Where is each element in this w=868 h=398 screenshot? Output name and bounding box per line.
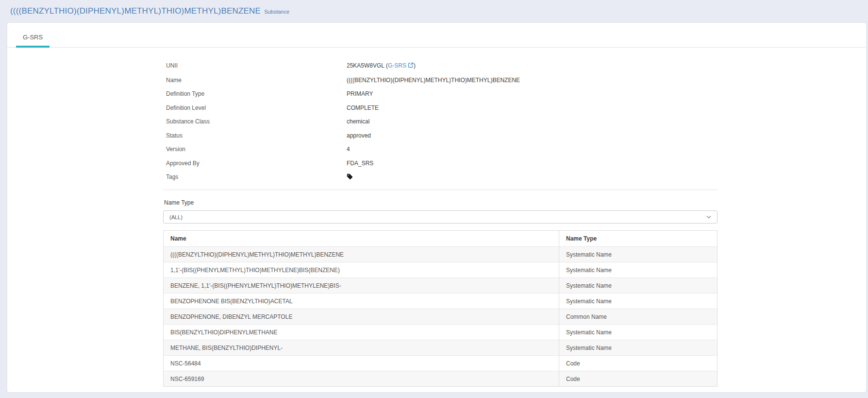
kv-row-status: Status approved: [166, 132, 718, 140]
column-header-name-type: Name Type: [559, 231, 718, 247]
name-type-cell: Systematic Name: [559, 278, 718, 294]
substance-details: UNII 25KA5W8VGL (G-SRS) Name ((((BENZYLT…: [163, 61, 718, 182]
substance-type-badge: Substance: [264, 9, 289, 15]
paren-close: ): [414, 62, 416, 69]
kv-value: PRIMARY: [347, 90, 373, 98]
name-cell: BIS(BENZYLTHIO)DIPHENYLMETHANE: [164, 325, 559, 340]
names-table: Name Name Type ((((BENZYLTHIO)(DIPHENYL)…: [163, 230, 718, 387]
substance-card: G-SRS UNII 25KA5W8VGL (G-SRS) Name ((((B…: [7, 23, 866, 392]
page-title: ((((BENZYLTHIO)(DIPHENYL)METHYL)THIO)MET…: [10, 6, 261, 16]
name-cell: BENZOPHENONE BIS(BENZYLTHIO)ACETAL: [164, 294, 559, 309]
table-row: BENZOPHENONE BIS(BENZYLTHIO)ACETAL Syste…: [164, 294, 718, 309]
names-table-header-row: Name Name Type: [164, 231, 718, 247]
kv-value: chemical: [347, 118, 369, 126]
name-type-cell: Systematic Name: [559, 340, 718, 356]
kv-value: 4: [347, 145, 350, 154]
name-type-cell: Code: [559, 356, 718, 371]
kv-value: FDA_SRS: [347, 159, 373, 168]
name-cell: BENZOPHENONE, DIBENZYL MERCAPTOLE: [164, 309, 559, 325]
table-row: NSC-56484 Code: [164, 356, 718, 371]
name-cell: BENZENE, 1,1'-(BIS((PHENYLMETHYL)THIO)ME…: [164, 278, 559, 294]
name-cell: ((((BENZYLTHIO)(DIPHENYL)METHYL)THIO)MET…: [164, 247, 559, 262]
name-type-cell: Systematic Name: [559, 247, 718, 262]
name-type-cell: Common Name: [559, 309, 718, 325]
name-cell: NSC-56484: [164, 356, 559, 371]
kv-label: Status: [166, 132, 347, 140]
kv-label: Name: [166, 76, 347, 85]
name-type-filter-label: Name Type: [163, 199, 718, 206]
kv-label: Version: [166, 145, 347, 154]
unii-code: 25KA5W8VGL: [347, 62, 384, 69]
main-content: UNII 25KA5W8VGL (G-SRS) Name ((((BENZYLT…: [163, 61, 718, 387]
column-header-name: Name: [164, 231, 559, 247]
table-row: NSC-659169 Code: [164, 371, 718, 387]
kv-value: ((((BENZYLTHIO)(DIPHENYL)METHYL)THIO)MET…: [347, 76, 520, 85]
table-row: 1,1'-(BIS((PHENYLMETHYL)THIO)METHYLENE)B…: [164, 262, 718, 278]
name-cell: 1,1'-(BIS((PHENYLMETHYL)THIO)METHYLENE)B…: [164, 262, 559, 278]
table-row: BENZOPHENONE, DIBENZYL MERCAPTOLE Common…: [164, 309, 718, 325]
kv-row-definition-type: Definition Type PRIMARY: [166, 90, 718, 98]
name-type-cell: Code: [559, 371, 718, 387]
name-type-cell: Systematic Name: [559, 262, 718, 278]
kv-row-unii: UNII 25KA5W8VGL (G-SRS): [166, 62, 718, 70]
section-divider: [163, 190, 718, 190]
name-type-cell: Systematic Name: [559, 325, 718, 340]
kv-label: Tags: [166, 173, 347, 181]
kv-row-definition-level: Definition Level COMPLETE: [166, 104, 718, 112]
kv-label: Substance Class: [166, 118, 347, 126]
kv-label: UNII: [166, 62, 347, 70]
kv-value: 25KA5W8VGL (G-SRS): [347, 62, 416, 70]
name-cell: METHANE, BIS(BENZYLTHIO)DIPHENYL-: [164, 340, 559, 356]
kv-value: approved: [347, 132, 371, 140]
kv-row-substance-class: Substance Class chemical: [166, 118, 718, 126]
name-type-selected-value: (ALL): [169, 214, 183, 220]
kv-label: Definition Type: [166, 90, 347, 98]
table-row: ((((BENZYLTHIO)(DIPHENYL)METHYL)THIO)MET…: [164, 247, 718, 262]
kv-value: COMPLETE: [347, 104, 379, 112]
kv-label: Approved By: [166, 159, 347, 168]
name-type-cell: Systematic Name: [559, 294, 718, 309]
name-type-select[interactable]: (ALL): [163, 210, 718, 224]
chevron-down-icon: [706, 215, 711, 219]
external-link-icon: [408, 63, 414, 69]
kv-row-approved-by: Approved By FDA_SRS: [166, 159, 718, 168]
table-row: METHANE, BIS(BENZYLTHIO)DIPHENYL- System…: [164, 340, 718, 356]
tag-icon: [347, 173, 353, 182]
kv-label: Definition Level: [166, 104, 347, 112]
gsrs-external-link[interactable]: G-SRS: [388, 62, 406, 69]
kv-row-name: Name ((((BENZYLTHIO)(DIPHENYL)METHYL)THI…: [166, 76, 718, 85]
kv-row-tags: Tags: [166, 173, 718, 182]
name-cell: NSC-659169: [164, 371, 559, 387]
kv-value: [347, 173, 353, 182]
tab-bar: G-SRS: [7, 23, 866, 48]
kv-row-version: Version 4: [166, 145, 718, 154]
table-row: BENZENE, 1,1'-(BIS((PHENYLMETHYL)THIO)ME…: [164, 278, 718, 294]
tab-gsrs[interactable]: G-SRS: [16, 34, 50, 47]
table-row: BIS(BENZYLTHIO)DIPHENYLMETHANE Systemati…: [164, 325, 718, 340]
top-header: ((((BENZYLTHIO)(DIPHENYL)METHYL)THIO)MET…: [0, 0, 868, 21]
